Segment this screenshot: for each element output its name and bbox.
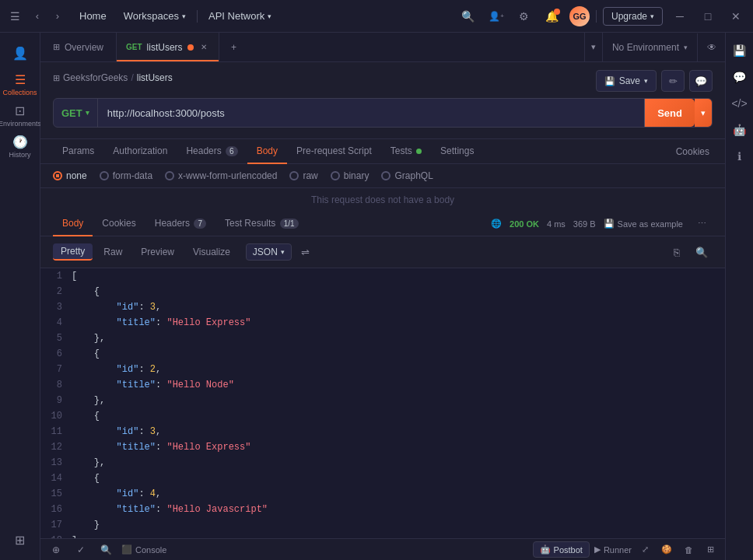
- json-format-select[interactable]: JSON ▾: [246, 243, 292, 261]
- tabs-dropdown[interactable]: ▾: [584, 33, 602, 62]
- back-button[interactable]: ‹: [28, 7, 47, 26]
- response-area: Body Cookies Headers 7 Test Results 1/1 …: [40, 212, 725, 538]
- tab-name: listUsers: [147, 42, 183, 53]
- console-label[interactable]: ⬛ Console: [121, 544, 166, 555]
- format-preview-tab[interactable]: Preview: [133, 244, 182, 260]
- workspaces-nav-item[interactable]: Workspaces ▾: [116, 7, 194, 25]
- sidebar-item-collections[interactable]: ☰ Collections: [6, 70, 34, 98]
- graphql-radio[interactable]: [381, 171, 391, 180]
- body-binary-option[interactable]: binary: [331, 170, 369, 181]
- url-row: GET ▾ Send ▾: [53, 98, 713, 128]
- response-size: 369 B: [573, 219, 596, 229]
- settings-icon[interactable]: ⚙: [513, 5, 535, 27]
- right-code-icon[interactable]: </>: [728, 92, 751, 115]
- body-raw-option[interactable]: raw: [289, 170, 317, 181]
- response-cookies-tab[interactable]: Cookies: [93, 212, 145, 236]
- window-minimize-button[interactable]: ─: [669, 5, 691, 27]
- sidebar-bottom: ⊞: [6, 526, 34, 554]
- comment-icon[interactable]: 💬: [689, 70, 713, 92]
- pre-request-script-tab[interactable]: Pre-request Script: [287, 139, 381, 164]
- format-pretty-tab[interactable]: Pretty: [53, 243, 93, 261]
- format-visualize-tab[interactable]: Visualize: [185, 244, 238, 260]
- upgrade-button[interactable]: Upgrade ▾: [603, 7, 663, 26]
- content-area: ⊞ Overview GET listUsers ✕ + ▾ No Enviro…: [40, 33, 725, 560]
- body-none-option[interactable]: none: [53, 170, 87, 181]
- add-tab-button[interactable]: +: [219, 33, 249, 61]
- tests-tab[interactable]: Tests: [381, 139, 431, 164]
- copy-response-button[interactable]: ⎘: [666, 241, 688, 263]
- method-select[interactable]: GET ▾: [54, 99, 98, 127]
- bottom-add-icon[interactable]: ⊕: [47, 541, 65, 559]
- bottom-cookie-icon[interactable]: 🍪: [658, 541, 675, 558]
- response-time: 4 ms: [547, 219, 566, 229]
- edit-icon[interactable]: ✏: [661, 70, 685, 92]
- forward-button[interactable]: ›: [48, 7, 67, 26]
- nav-buttons: ‹ ›: [28, 7, 67, 26]
- headers-tab[interactable]: Headers 6: [177, 139, 247, 164]
- response-body-tab[interactable]: Body: [53, 212, 93, 236]
- api-network-nav-item[interactable]: API Network ▾: [201, 7, 279, 25]
- avatar[interactable]: GG: [569, 6, 590, 26]
- overview-tab-label: Overview: [65, 42, 103, 53]
- sidebar-item-environments[interactable]: ⊡ Environments: [6, 101, 34, 129]
- right-robot-icon[interactable]: 🤖: [728, 118, 751, 142]
- main-layout: 👤 ☰ Collections ⊡ Environments 🕐 History…: [0, 33, 753, 560]
- bottom-grid-icon[interactable]: ⊞: [702, 541, 719, 558]
- invite-icon[interactable]: 👤+: [485, 5, 507, 27]
- code-line-7: 7 "id": 2,: [40, 362, 725, 377]
- search-response-button[interactable]: 🔍: [691, 241, 713, 263]
- format-raw-tab[interactable]: Raw: [96, 244, 130, 260]
- status-code: 200 OK: [510, 219, 539, 229]
- bottom-trash-icon[interactable]: 🗑: [680, 541, 697, 558]
- postbot-button[interactable]: 🤖 Postbot: [533, 541, 590, 558]
- window-close-button[interactable]: ✕: [725, 5, 747, 27]
- body-formdata-option[interactable]: form-data: [100, 170, 152, 181]
- url-input[interactable]: [98, 99, 644, 127]
- tab-listusers[interactable]: GET listUsers ✕: [117, 33, 219, 61]
- tab-overview[interactable]: ⊞ Overview: [40, 33, 117, 61]
- env-settings-icon[interactable]: 👁: [697, 33, 725, 61]
- right-save-icon[interactable]: 💾: [728, 39, 751, 62]
- binary-radio[interactable]: [331, 171, 340, 180]
- send-button[interactable]: Send: [645, 99, 695, 127]
- authorization-tab[interactable]: Authorization: [103, 139, 177, 164]
- notification-icon[interactable]: 🔔: [541, 5, 563, 27]
- urlencoded-radio[interactable]: [165, 171, 174, 180]
- sidebar-item-history[interactable]: 🕐 History: [6, 132, 34, 160]
- sidebar-item-person[interactable]: 👤: [6, 39, 34, 67]
- params-tab[interactable]: Params: [53, 139, 103, 164]
- save-button[interactable]: 💾 Save ▾: [596, 70, 657, 92]
- environment-selector[interactable]: No Environment ▾: [602, 33, 697, 61]
- raw-radio[interactable]: [289, 171, 299, 180]
- sidebar-item-mock[interactable]: ⊞: [6, 526, 34, 554]
- settings-tab[interactable]: Settings: [431, 139, 483, 164]
- hamburger-icon[interactable]: ☰: [6, 8, 23, 25]
- send-dropdown-button[interactable]: ▾: [695, 99, 712, 127]
- search-icon[interactable]: 🔍: [457, 5, 479, 27]
- runner-button[interactable]: ▶ Runner: [594, 544, 632, 555]
- bottom-right-icon1[interactable]: ⤢: [636, 541, 653, 558]
- code-line-4: 4 "title": "Hello Express": [40, 315, 725, 331]
- right-sidebar: 💾 💬 </> 🤖 ℹ: [725, 33, 753, 560]
- formdata-radio[interactable]: [100, 171, 109, 180]
- body-graphql-option[interactable]: GraphQL: [381, 170, 433, 181]
- code-line-6: 6 {: [40, 346, 725, 362]
- cookies-button[interactable]: Cookies: [673, 140, 713, 163]
- home-nav-item[interactable]: Home: [72, 7, 114, 25]
- tab-close-button[interactable]: ✕: [198, 42, 209, 53]
- bottom-search-icon[interactable]: 🔍: [96, 541, 115, 559]
- save-example-button[interactable]: 💾 Save as example: [604, 219, 683, 229]
- breadcrumb-workspace[interactable]: GeeksforGeeks: [63, 72, 128, 83]
- response-headers-tab[interactable]: Headers 7: [145, 212, 215, 236]
- body-tab[interactable]: Body: [247, 139, 287, 164]
- response-more-button[interactable]: ⋯: [691, 213, 713, 235]
- window-maximize-button[interactable]: □: [697, 5, 719, 27]
- none-radio[interactable]: [53, 171, 62, 180]
- bottom-check-icon[interactable]: ✓: [72, 541, 90, 559]
- right-comment-icon[interactable]: 💬: [728, 65, 751, 89]
- code-area[interactable]: 1 [ 2 { 3 "id": 3, 4 "title": "Hello Exp…: [40, 268, 725, 538]
- wrap-lines-button[interactable]: ⇌: [295, 241, 317, 263]
- right-info-icon[interactable]: ℹ: [728, 145, 751, 168]
- response-test-results-tab[interactable]: Test Results 1/1: [215, 212, 308, 236]
- body-urlencoded-option[interactable]: x-www-form-urlencoded: [165, 170, 277, 181]
